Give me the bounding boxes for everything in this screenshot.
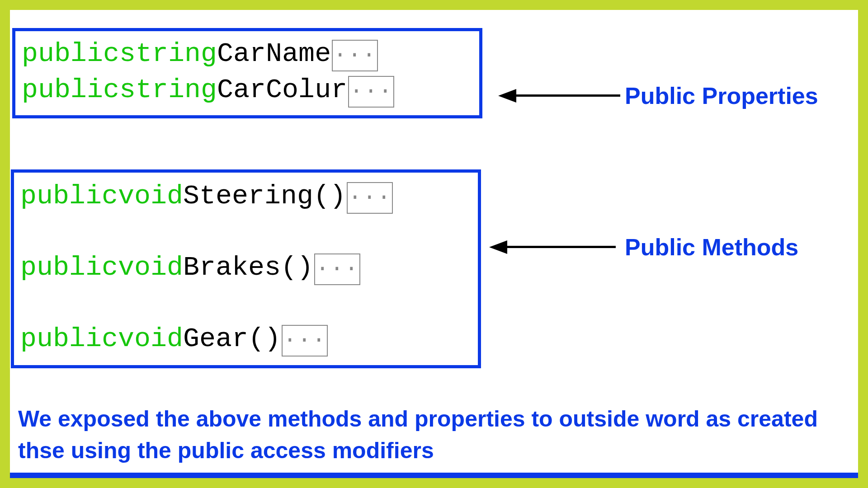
code-line: public string CarName ...	[22, 36, 474, 72]
keyword-type: void	[118, 254, 183, 281]
keyword-modifier: public	[20, 183, 118, 210]
method-name: Brakes()	[183, 254, 313, 281]
keyword-type: string	[119, 76, 217, 103]
collapse-icon: ...	[332, 40, 378, 71]
keyword-modifier: public	[22, 76, 119, 103]
methods-box: public void Steering() ... public void B…	[11, 169, 481, 368]
footer-text: We exposed the above methods and propert…	[18, 403, 832, 466]
collapse-icon: ...	[314, 253, 360, 285]
keyword-type: string	[119, 40, 217, 67]
keyword-modifier: public	[22, 40, 119, 67]
code-line: public void Brakes() ...	[20, 249, 472, 286]
label-public-properties: Public Properties	[625, 82, 818, 109]
keyword-type: void	[118, 325, 183, 352]
property-name: CarColur	[217, 76, 347, 103]
properties-box: public string CarName ... public string …	[12, 28, 482, 118]
keyword-modifier: public	[20, 325, 118, 352]
collapse-icon: ...	[347, 182, 393, 214]
arrow-properties	[498, 89, 620, 103]
code-line: public void Steering() ...	[20, 178, 472, 214]
keyword-type: void	[118, 183, 183, 210]
collapse-icon: ...	[348, 76, 394, 108]
arrow-methods	[489, 240, 616, 254]
label-public-methods: Public Methods	[625, 234, 798, 261]
method-name: Gear()	[183, 325, 281, 352]
property-name: CarName	[217, 40, 331, 67]
collapse-icon: ...	[282, 325, 328, 357]
bottom-bar	[10, 473, 858, 478]
code-line: public void Gear() ...	[20, 321, 472, 357]
code-line: public string CarColur ...	[22, 72, 474, 108]
method-name: Steering()	[183, 183, 346, 210]
keyword-modifier: public	[20, 254, 118, 281]
